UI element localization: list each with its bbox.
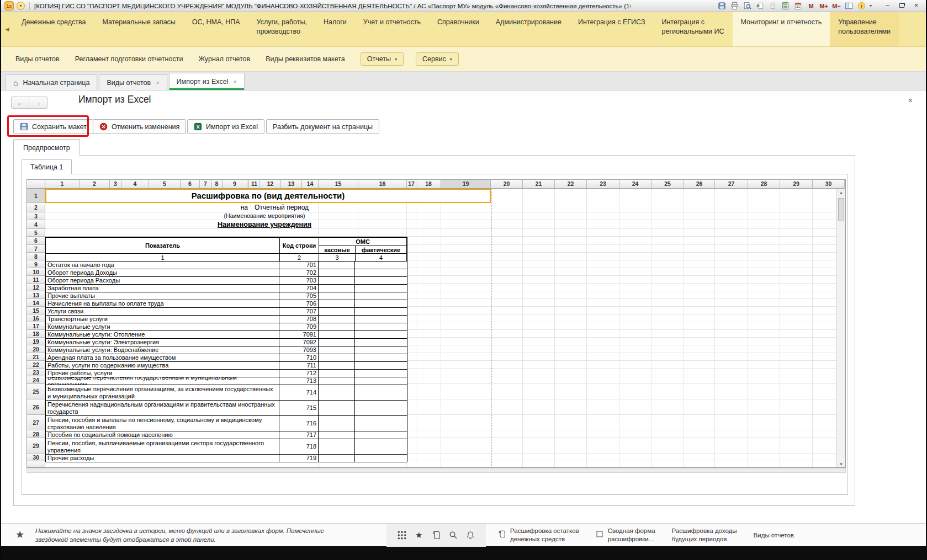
cell-actual-value[interactable] [355,385,407,400]
cell-row-code[interactable]: 716 [279,416,319,431]
m-plus-icon[interactable]: М+ [819,2,829,10]
column-header-5[interactable]: 5 [149,180,181,189]
tab-close-icon[interactable]: × [234,78,237,85]
cell-actual-value[interactable] [355,354,407,361]
cell-actual-value[interactable] [355,269,407,276]
print-preview-icon[interactable] [743,2,753,10]
cell-indicator[interactable]: Коммунальные услуги [46,323,279,330]
cell-cash-value[interactable] [319,269,355,276]
column-header-26[interactable]: 26 [684,180,715,189]
cell-indicator[interactable]: Пенсии, пособия и выплаты по пенсионному… [46,416,279,431]
cell-actual-value[interactable] [355,277,407,284]
cell-indicator[interactable]: Пенсии, пособия, выплачиваемые организац… [46,439,279,454]
column-header-4[interactable]: 4 [121,180,149,189]
notifications-bell-icon[interactable] [465,530,476,541]
sheet-corner[interactable] [27,180,45,189]
ribbon-item-1[interactable]: Денежные средства [13,12,94,46]
header-actual[interactable]: фактические [356,246,407,254]
cell-cash-value[interactable] [319,308,355,315]
tab-table-1[interactable]: Таблица 1 [22,159,72,174]
submenu-link-2[interactable]: Регламент подготовки отчетности [75,55,183,63]
cell-row-code[interactable]: 706 [279,300,319,307]
ribbon-collapse-button[interactable]: ◀ [1,12,13,46]
cell-cash-value[interactable] [319,339,355,346]
ribbon-item-6[interactable]: Учет и отчетность [355,12,429,46]
cell-indicator[interactable]: Прочие расходы [46,455,279,462]
info-icon[interactable]: i [857,2,867,10]
cell-cash-value[interactable] [319,323,355,330]
row-header-22[interactable]: 22 [27,361,45,369]
titlebar-menu-caret[interactable]: ▾ [870,3,872,8]
history-link-1[interactable]: Расшифровка остатков денежных средств [498,527,579,543]
cell-indicator[interactable]: Прочие работы, услуги [46,370,279,377]
back-button[interactable]: ← [11,97,29,109]
cell-cash-value[interactable] [319,292,355,300]
table-row[interactable]: Безвозмездные перечисления организациям,… [46,385,407,401]
column-header-2[interactable]: 2 [80,180,110,189]
table-row[interactable]: Прочие работы, услуги712 [46,370,407,377]
cell-cash-value[interactable] [319,416,355,431]
table-row[interactable]: Работы, услуги по содержанию имущества71… [46,362,407,370]
cell-actual-value[interactable] [355,346,407,354]
table-row[interactable]: Коммунальные услуги: Электроэнергия7092 [46,339,407,346]
cell-cash-value[interactable] [319,439,355,454]
row-header-17[interactable]: 17 [27,322,45,330]
column-header-6[interactable]: 6 [181,180,200,189]
cell-cash-value[interactable] [319,331,355,338]
search-icon[interactable] [448,530,459,541]
cell-row-code[interactable]: 705 [279,292,319,300]
cell-cash-value[interactable] [319,316,355,323]
cell-actual-value[interactable] [355,323,407,330]
window-tab-3[interactable]: Импорт из Excel× [169,73,245,90]
header-oms[interactable]: ОМС [319,238,407,246]
cell-actual-value[interactable] [355,362,407,369]
submenu-dropdown-2[interactable]: Сервис▾ [416,52,459,66]
row-header-4[interactable]: 4 [27,220,45,229]
ribbon-item-2[interactable]: Материальные запасы [94,12,183,46]
cancel-changes-button[interactable]: Отменить изменения [93,119,186,134]
header-cash[interactable]: касовые [319,246,356,254]
cell-row-code[interactable]: 719 [279,455,319,462]
row-header-10[interactable]: 10 [27,268,45,276]
table-row[interactable]: Пенсии, пособия и выплаты по пенсионному… [46,416,407,431]
grid-menu-icon[interactable] [396,530,407,541]
cell-actual-value[interactable] [355,300,407,307]
split-pages-button[interactable]: Разбить документ на страницы [266,119,379,134]
import-excel-button[interactable]: X Импорт из Excel [187,119,264,134]
cell-actual-value[interactable] [355,316,407,323]
cell-indicator[interactable]: Коммунальные услуги: Электроэнергия [46,339,279,346]
cell-row-code[interactable]: 707 [279,308,319,315]
horizontal-scrollbar[interactable] [27,468,846,473]
row-header-14[interactable]: 14 [27,299,45,307]
report-na-label[interactable]: на [214,203,248,212]
cell-indicator[interactable]: Остаток на начало года [46,262,279,269]
cell-actual-value[interactable] [355,439,407,454]
table-row[interactable]: Безвозмездные перечисления государственн… [46,377,407,385]
tab-close-icon[interactable]: × [156,79,159,86]
ribbon-item-8[interactable]: Администрирование [488,12,570,46]
ribbon-item-12[interactable]: Управление пользователями [830,12,899,46]
ribbon-item-3[interactable]: ОС, НМА, НПА [184,12,248,46]
calculator-icon[interactable] [781,2,791,10]
header-col-num[interactable]: 4 [356,254,407,262]
cell-indicator[interactable]: Оборот периода Доходы [46,269,279,276]
column-header-16[interactable]: 16 [358,180,407,189]
cell-row-code[interactable]: 7092 [279,339,319,346]
column-header-19[interactable]: 19 [441,180,491,189]
row-header-15[interactable]: 15 [27,307,45,314]
column-header-14[interactable]: 14 [302,180,319,189]
header-col-num[interactable]: 3 [319,254,356,262]
cell-cash-value[interactable] [319,262,355,269]
spreadsheet-preview[interactable]: 1234567891112131415161718192021222324252… [27,179,846,468]
submenu-dropdown-1[interactable]: Отчеты▾ [361,52,404,66]
cell-cash-value[interactable] [319,455,355,462]
table-row[interactable]: Прочие расходы719 [46,455,407,462]
cell-cash-value[interactable] [319,277,355,284]
table-row[interactable]: Транспортные услуги708 [46,316,407,323]
m-minus-icon[interactable]: М− [831,2,841,10]
table-row[interactable]: Коммунальные услуги709 [46,323,407,331]
submenu-link-1[interactable]: Виды отчетов [15,55,60,63]
table-row[interactable]: Пособия по социальной помощи населению71… [46,431,407,439]
row-header-30[interactable]: 30 [27,454,45,461]
row-header-12[interactable]: 12 [27,284,45,291]
